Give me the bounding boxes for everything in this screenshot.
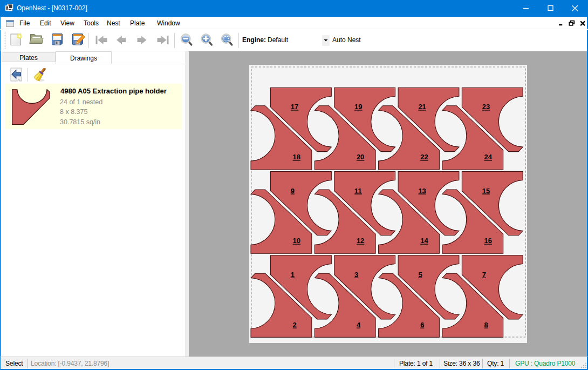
svg-text:5: 5 [418,271,422,279]
svg-text:18: 18 [293,153,300,161]
svg-text:20: 20 [357,153,364,161]
svg-text:21: 21 [418,103,426,111]
svg-text:22: 22 [420,153,428,161]
svg-text:24: 24 [484,153,493,161]
svg-text:7: 7 [482,271,486,279]
svg-text:16: 16 [484,237,492,245]
svg-text:1: 1 [291,271,295,279]
svg-text:13: 13 [418,187,426,195]
svg-text:4: 4 [357,321,361,329]
svg-text:17: 17 [291,103,298,111]
svg-text:10: 10 [293,237,300,245]
svg-text:2: 2 [293,321,297,329]
svg-text:15: 15 [482,187,490,195]
svg-text:9: 9 [291,187,295,195]
svg-text:14: 14 [420,237,428,245]
svg-text:8: 8 [484,321,488,329]
svg-text:3: 3 [354,271,358,279]
svg-text:23: 23 [482,103,490,111]
svg-text:12: 12 [357,237,364,245]
svg-text:11: 11 [354,187,362,195]
svg-text:6: 6 [420,321,424,329]
svg-text:19: 19 [354,103,362,111]
